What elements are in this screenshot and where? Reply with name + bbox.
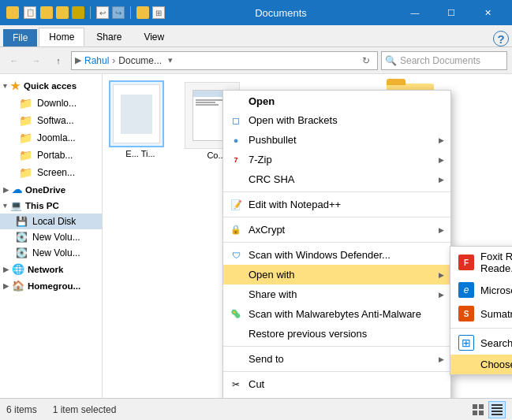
sw-search-store[interactable]: ⊞ Search the Store: [450, 331, 512, 355]
sidebar-screen-label: Screen...: [37, 167, 75, 178]
crcsha-icon: [230, 173, 242, 186]
title-bar: 📋 ↩ ↪ ⊞ Documents — ☐ ✕: [0, 0, 512, 25]
tab-file[interactable]: File: [3, 29, 37, 46]
sidebar-item-localdisk[interactable]: 💾 Local Disk: [0, 214, 102, 229]
cm-7zip-label: 7-Zip: [249, 154, 444, 165]
cm-sendto[interactable]: Send to: [223, 349, 450, 369]
up-button[interactable]: ↑: [49, 51, 68, 70]
cm-open-brackets[interactable]: ◻ Open with Brackets: [223, 110, 450, 130]
toolbar-icon-1[interactable]: 📋: [24, 6, 36, 19]
cm-defender-label: Scan with Windows Defender...: [249, 249, 444, 261]
toolbar-icon-4[interactable]: [72, 6, 84, 19]
sw-sumatra[interactable]: S SumatraPDF: [450, 302, 512, 325]
app-icon: [6, 6, 19, 19]
pushbullet-icon: ●: [230, 134, 242, 147]
separator2: [130, 6, 131, 19]
minimize-button[interactable]: —: [397, 0, 433, 25]
sidebar-item-newvol2[interactable]: 💽 New Volu...: [0, 245, 102, 261]
toolbar-icon-5[interactable]: ↩: [96, 6, 109, 19]
toolbar-icon-7[interactable]: [136, 6, 149, 19]
sw-foxit[interactable]: F Foxit Reader 7.2, Best Reade...: [450, 247, 512, 278]
sidebar-item-screen[interactable]: 📁 Screen...: [0, 164, 102, 181]
maximize-button[interactable]: ☐: [433, 0, 469, 25]
address-part-rahul[interactable]: Rahul: [84, 55, 109, 66]
cm-axcrypt[interactable]: 🔒 AxCrypt: [223, 220, 450, 240]
toolbar-icon-2[interactable]: [40, 6, 53, 19]
sidebar-item-downloads[interactable]: 📁 Downlo...: [0, 95, 102, 112]
cm-open-with[interactable]: Open with: [223, 265, 450, 284]
cm-pushbullet[interactable]: ● Pushbullet: [223, 130, 450, 150]
separator: [90, 6, 91, 19]
copy-icon: ⎘: [230, 398, 242, 399]
sidebar-quickaccess[interactable]: ▾ ★ Quick acces: [0, 77, 102, 95]
separator-1: [223, 191, 450, 192]
svg-rect-5: [491, 407, 503, 409]
cm-scan-malware[interactable]: 🦠 Scan with Malwarebytes Anti-Malware: [223, 304, 450, 324]
svg-rect-2: [473, 411, 477, 415]
svg-rect-7: [491, 414, 503, 415]
tab-share[interactable]: Share: [86, 28, 132, 46]
item-count: 6 items: [6, 404, 37, 415]
submenu-separator: [450, 328, 512, 329]
chevron-icon-net: ▶: [3, 266, 9, 273]
sidebar-item-portable[interactable]: 📁 Portab...: [0, 147, 102, 164]
sidebar-item-software[interactable]: 📁 Softwa...: [0, 112, 102, 129]
sidebar-thispc[interactable]: ▾ 💻 This PC: [0, 198, 102, 214]
defender-icon: 🛡: [230, 249, 242, 262]
cm-edit-notepad[interactable]: 📝 Edit with Notepad++: [223, 195, 450, 214]
back-button[interactable]: ←: [5, 51, 24, 70]
cm-open-label: Open: [249, 95, 275, 107]
address-bar[interactable]: ▶ Rahul › Docume... ▾ ↻: [71, 51, 378, 70]
refresh-button[interactable]: ↻: [358, 53, 374, 69]
file-item-selected[interactable]: E... Ti...: [109, 80, 172, 160]
restore-icon: [230, 328, 242, 340]
sidebar-network[interactable]: ▶ 🌐 Network: [0, 261, 102, 277]
cm-axcrypt-label: AxCrypt: [249, 224, 444, 236]
cm-open[interactable]: Open: [223, 91, 450, 110]
close-button[interactable]: ✕: [469, 0, 506, 25]
brackets-icon: ◻: [230, 114, 242, 127]
cm-openwith-label: Open with: [249, 269, 444, 281]
sidebar-portable-label: Portab...: [37, 150, 73, 161]
sidebar-item-newvol1[interactable]: 💽 New Volu...: [0, 229, 102, 245]
cm-pushbullet-label: Pushbullet: [249, 134, 444, 146]
sw-choose-another[interactable]: Choose another app: [450, 355, 512, 374]
cm-cut[interactable]: ✂ Cut: [223, 374, 450, 394]
cm-crcsha[interactable]: CRC SHA: [223, 169, 450, 189]
sw-sumatra-label: SumatraPDF: [480, 308, 512, 320]
sw-edge[interactable]: e Microsoft Edge: [450, 278, 512, 302]
toolbar-icon-8[interactable]: ⊞: [152, 6, 165, 19]
forward-button[interactable]: →: [27, 51, 46, 70]
cut-icon: ✂: [230, 378, 242, 391]
sumatra-icon: S: [458, 306, 474, 322]
address-part-docume[interactable]: Docume...: [118, 55, 162, 66]
toolbar-icon-6[interactable]: ↪: [112, 6, 125, 19]
sidebar-item-joomla[interactable]: 📁 Joomla...: [0, 129, 102, 147]
toolbar-icon-3[interactable]: [56, 6, 69, 19]
drive-icon: 💾: [16, 216, 28, 227]
cm-share-with[interactable]: Share with: [223, 284, 450, 304]
cm-restore[interactable]: Restore previous versions: [223, 324, 450, 344]
list-view-button[interactable]: [469, 401, 487, 418]
tab-view[interactable]: View: [133, 28, 174, 46]
details-view-button[interactable]: [488, 401, 506, 418]
address-dropdown[interactable]: ▾: [168, 55, 173, 65]
cm-scan-defender[interactable]: 🛡 Scan with Windows Defender...: [223, 245, 450, 265]
cm-7zip[interactable]: 7 7-Zip: [223, 150, 450, 169]
homegroup-icon: 🏠: [12, 280, 24, 292]
sw-edge-label: Microsoft Edge: [480, 284, 512, 296]
sidebar-onedrive[interactable]: ▶ ☁ OneDrive: [0, 181, 102, 198]
search-box[interactable]: 🔍 Search Documents: [381, 51, 507, 70]
svg-rect-6: [491, 411, 503, 412]
sidebar-joomla-label: Joomla...: [37, 132, 76, 143]
sidebar-software-label: Softwa...: [37, 115, 74, 126]
onedrive-icon: ☁: [12, 184, 22, 195]
cm-copy[interactable]: ⎘ Copy: [223, 394, 450, 398]
malware-icon: 🦠: [230, 308, 242, 321]
tab-home[interactable]: Home: [39, 28, 84, 46]
openwith-icon: [230, 269, 242, 281]
help-button[interactable]: ?: [493, 31, 509, 46]
cm-sharewith-label: Share with: [249, 288, 444, 300]
sidebar-homegroup[interactable]: ▶ 🏠 Homegrou...: [0, 277, 102, 294]
thispc-icon: 💻: [10, 200, 22, 211]
